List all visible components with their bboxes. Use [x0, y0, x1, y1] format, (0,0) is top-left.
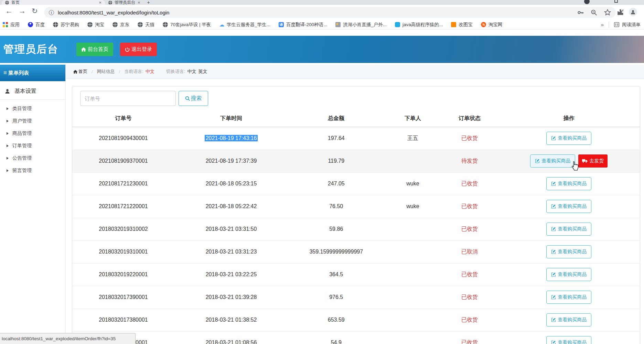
order-row: 2018032019310002 2018-03-21 03:31:50 59.…: [72, 218, 640, 240]
tab-close-icon[interactable]: ×: [99, 0, 101, 5]
admin-title: 管理员后台: [3, 42, 58, 56]
browser-profile-avatar[interactable]: [629, 8, 637, 16]
order-time-cell: 2021-08-18 05:22:42: [206, 203, 257, 209]
col-order-time: 下单时间: [174, 111, 288, 127]
amount-cell: 54.9: [288, 331, 385, 344]
bookmark-item[interactable]: 应用: [3, 22, 20, 28]
sidebar-section-basic-settings[interactable]: 基本设置: [0, 83, 65, 100]
bookmark-label: 京东: [120, 22, 129, 28]
zoom-out-icon[interactable]: [591, 9, 597, 16]
order-time-cell: 2021-08-19 17:37:39: [206, 158, 257, 164]
bookmark-item[interactable]: 天猫: [138, 22, 154, 28]
amount-cell: 59.86: [288, 218, 385, 240]
view-purchased-items-button[interactable]: 查看购买商品: [546, 132, 591, 145]
bookmark-item[interactable]: 学生云服务器_学生...: [219, 22, 270, 28]
logout-button[interactable]: 退出登录: [120, 43, 157, 56]
reading-list-button[interactable]: 阅读清单: [614, 22, 641, 28]
order-no-cell: 2018032019310001: [72, 240, 174, 263]
order-no-cell: 2021081909370001: [72, 150, 174, 172]
bookmark-item[interactable]: 百度翻译-200种语...: [279, 22, 327, 28]
bookmark-item[interactable]: 改图宝: [451, 22, 473, 28]
amount-cell: 119.79: [288, 150, 385, 172]
language-link-english[interactable]: 英文: [198, 68, 207, 75]
search-button-label: 搜索: [191, 95, 202, 102]
buyer-cell: 王五: [385, 127, 441, 150]
extensions-puzzle-icon[interactable]: [617, 9, 624, 17]
logout-label: 退出登录: [131, 46, 152, 53]
sidebar-menu-item[interactable]: 公告管理: [0, 152, 65, 164]
tab-strip-square-icon: [614, 0, 618, 3]
amount-cell: 364.5: [288, 263, 385, 286]
bookmarks-overflow-chevron[interactable]: »: [601, 22, 604, 28]
bookmark-item[interactable]: 70套java毕设 | 半夜: [163, 22, 211, 28]
sidebar-menu-item[interactable]: 类目管理: [0, 103, 65, 115]
edit-square-icon: [551, 249, 556, 254]
current-language-value: 中文: [146, 68, 154, 75]
bookmark-label: 70套java毕设 | 半夜: [170, 22, 211, 28]
caret-right-icon: [7, 144, 9, 147]
view-button-label: 查看购买商品: [558, 294, 587, 300]
bookmark-favicon-icon: [138, 22, 143, 27]
sidebar-menu-item[interactable]: 用户管理: [0, 115, 65, 127]
buyer-cell: [385, 150, 441, 172]
password-key-icon[interactable]: [577, 9, 584, 16]
edit-square-icon: [551, 204, 556, 209]
status-badge: 已取消: [441, 240, 498, 263]
breadcrumb-home-link[interactable]: 首页: [73, 68, 87, 75]
view-purchased-items-button[interactable]: 查看购买商品: [546, 223, 591, 236]
bookmark-star-icon[interactable]: [604, 9, 611, 16]
order-no-cell: 2021081909430001: [72, 127, 174, 150]
globe-favicon-icon: [108, 1, 112, 4]
reload-button[interactable]: ↻: [32, 7, 38, 15]
back-button[interactable]: ←: [6, 7, 13, 15]
view-purchased-items-button[interactable]: 查看购买商品: [546, 200, 591, 213]
view-purchased-items-button[interactable]: 查看购买商品: [530, 154, 575, 168]
view-purchased-items-button[interactable]: 查看购买商品: [546, 313, 591, 326]
caret-right-icon: [7, 120, 9, 122]
bookmark-item[interactable]: java高级程序猿的...: [395, 22, 443, 28]
sidebar-menu-item[interactable]: 留言管理: [0, 164, 65, 177]
view-button-label: 查看购买商品: [558, 226, 587, 232]
bookmark-item[interactable]: 洪湖小肖直播_户外...: [335, 22, 387, 28]
sidebar-menu-item[interactable]: 订单管理: [0, 140, 65, 152]
tab-close-icon[interactable]: ×: [138, 0, 140, 5]
search-row: 搜索: [72, 86, 640, 111]
view-purchased-items-button[interactable]: 查看购买商品: [546, 291, 591, 304]
bookmark-item[interactable]: 淘宝: [87, 22, 104, 28]
new-tab-button[interactable]: +: [147, 0, 150, 5]
order-time-cell: 2018-03-21 01:38:52: [206, 317, 257, 323]
browser-tab[interactable]: 首页 ×: [2, 0, 105, 5]
edit-square-icon: [551, 136, 556, 141]
breadcrumb-separator: /: [119, 69, 120, 74]
menu-burger-icon: ≡: [3, 69, 7, 76]
sidebar-menu-item[interactable]: 商品管理: [0, 127, 65, 140]
view-purchased-items-button[interactable]: 查看购买商品: [546, 245, 591, 258]
language-link-chinese[interactable]: 中文: [187, 68, 196, 75]
view-purchased-items-button[interactable]: 查看购买商品: [546, 336, 591, 344]
view-purchased-items-button[interactable]: 查看购买商品: [546, 268, 591, 281]
browser-tab[interactable]: 管理员后台 ×: [105, 0, 144, 5]
menu-title: 菜单列表: [8, 70, 29, 76]
order-number-search-input[interactable]: [80, 91, 176, 106]
bookmark-item[interactable]: 京东: [112, 22, 129, 28]
amount-cell: 976.5: [288, 286, 385, 309]
forward-button[interactable]: →: [19, 7, 26, 15]
home-icon: [73, 70, 77, 74]
search-button[interactable]: 搜索: [179, 91, 208, 106]
order-time-cell: 2018-03-21 01:08:56: [206, 340, 257, 344]
bookmark-item[interactable]: 百度: [28, 22, 45, 28]
edit-square-icon: [551, 272, 556, 277]
sidebar-item-label: 公告管理: [12, 155, 32, 161]
bookmarks-divider: [609, 22, 609, 28]
url-text[interactable]: localhost:8080/test1_war_exploded/login/…: [58, 10, 169, 15]
order-row: 2018032017390001 2018-03-21 01:39:28 976…: [72, 286, 640, 309]
url-bar[interactable]: i localhost:8080/test1_war_exploded/logi…: [44, 7, 616, 18]
bookmark-item[interactable]: 淘宝网: [481, 22, 503, 28]
go-ship-button[interactable]: 去发货: [578, 154, 608, 168]
user-icon: [5, 89, 10, 94]
front-home-button[interactable]: 前台首页: [76, 43, 113, 56]
bookmark-item[interactable]: 苏宁易购: [53, 22, 79, 28]
view-purchased-items-button[interactable]: 查看购买商品: [546, 177, 591, 190]
page-info-icon[interactable]: i: [49, 10, 54, 15]
tab-title: 管理员后台: [115, 0, 135, 5]
